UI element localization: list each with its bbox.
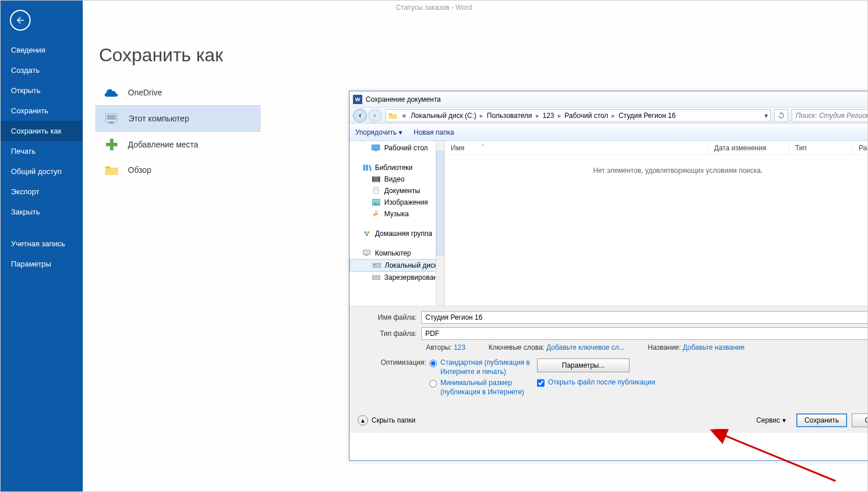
- svg-point-19: [364, 231, 366, 234]
- tools-dropdown[interactable]: Сервис▾: [751, 416, 792, 424]
- breadcrumb[interactable]: « Локальный диск (C:)▸ Пользователи▸ 123…: [385, 109, 771, 122]
- sidebar-open[interactable]: Открыть: [1, 80, 83, 101]
- dialog-form: Имя файла: Студия Регион 16▾ Тип файла: …: [350, 306, 868, 407]
- optimize-minimal-radio[interactable]: [429, 380, 437, 387]
- open-after-label[interactable]: Открыть файл после публикации: [548, 378, 655, 387]
- tree-homegroup[interactable]: Домашняя группа: [350, 228, 444, 239]
- bc-part[interactable]: Локальный диск (C:): [409, 112, 479, 120]
- filename-label: Имя файла:: [358, 313, 421, 321]
- refresh-button[interactable]: [774, 109, 788, 122]
- location-browse[interactable]: Обзор: [95, 157, 260, 183]
- hide-folders-button[interactable]: ▴ Скрыть папки: [358, 415, 415, 426]
- tree-documents[interactable]: Документы: [350, 185, 444, 197]
- dialog-footer: ▴ Скрыть папки Сервис▾ Сохранить Отмена: [350, 407, 868, 433]
- location-label: Добавление места: [128, 140, 198, 149]
- filetype-label: Тип файла:: [358, 330, 421, 338]
- optimize-label: Оптимизация:: [381, 358, 426, 368]
- svg-point-20: [367, 231, 370, 234]
- tree-libraries[interactable]: Библиотеки: [350, 162, 444, 173]
- open-after-checkbox[interactable]: [537, 379, 545, 387]
- filetype-select[interactable]: PDF▾: [421, 327, 868, 340]
- search-box[interactable]: [792, 109, 868, 122]
- word-icon: W: [353, 95, 362, 104]
- save-locations: OneDrive Этот компьютер Добавление места…: [95, 80, 260, 183]
- nav-forward-button[interactable]: [368, 109, 382, 123]
- authors-label: Авторы:: [426, 343, 452, 352]
- svg-point-21: [366, 234, 368, 236]
- folder-tree[interactable]: Рабочий стол Библиотеки Видео Документы …: [350, 141, 445, 306]
- cancel-button[interactable]: Отмена: [852, 413, 868, 427]
- file-columns[interactable]: Имяˆ Дата изменения Тип Размер: [445, 141, 868, 155]
- sidebar-print[interactable]: Печать: [1, 141, 83, 161]
- search-input[interactable]: [796, 112, 868, 120]
- optimize-standard-radio[interactable]: [429, 360, 437, 367]
- new-folder-button[interactable]: Новая папка: [414, 128, 454, 136]
- tree-reserved[interactable]: Зарезервирован: [350, 272, 444, 283]
- sort-caret-icon: ˆ: [481, 144, 484, 152]
- dialog-toolbar: Упорядочить ▾ Новая папка ☰ ▾ ?: [350, 124, 868, 141]
- svg-rect-3: [108, 123, 115, 124]
- svg-rect-10: [374, 150, 377, 151]
- keywords-label: Ключевые слова:: [488, 343, 545, 352]
- optimize-standard-label[interactable]: Стандартная (публикация в Интернете и пе…: [440, 358, 537, 376]
- onedrive-icon: [104, 86, 120, 99]
- location-label: Обзор: [128, 165, 151, 175]
- location-onedrive[interactable]: OneDrive: [95, 80, 260, 105]
- back-button[interactable]: [10, 10, 31, 31]
- svg-point-18: [374, 201, 376, 202]
- sidebar-new[interactable]: Создать: [1, 60, 83, 80]
- svg-rect-1: [106, 115, 116, 120]
- empty-message: Нет элементов, удовлетворяющих условиям …: [445, 155, 868, 186]
- sidebar-close[interactable]: Закрыть: [1, 202, 83, 222]
- sidebar-export[interactable]: Экспорт: [1, 182, 83, 202]
- window-title: Статусы заказов - Word: [1, 1, 867, 14]
- pdf-params-button[interactable]: Параметры...: [537, 358, 630, 372]
- tree-local-disk[interactable]: Локальный диск: [350, 259, 444, 272]
- tree-video[interactable]: Видео: [350, 173, 444, 185]
- page-title: Сохранить как: [83, 14, 867, 80]
- file-list[interactable]: Имяˆ Дата изменения Тип Размер Нет элеме…: [445, 141, 868, 306]
- svg-rect-22: [363, 250, 370, 255]
- location-label: OneDrive: [128, 88, 162, 97]
- bc-part[interactable]: Рабочий стол: [562, 112, 610, 120]
- svg-rect-24: [373, 264, 380, 268]
- dialog-titlebar[interactable]: W Сохранение документа: [350, 91, 868, 108]
- title-value[interactable]: Добавьте название: [683, 343, 745, 352]
- folder-icon: [104, 163, 120, 177]
- keywords-value[interactable]: Добавьте ключевое сл...: [546, 343, 624, 352]
- dialog-body: Рабочий стол Библиотеки Видео Документы …: [350, 141, 868, 306]
- location-label: Этот компьютер: [128, 114, 189, 123]
- sidebar-info[interactable]: Сведения: [1, 40, 83, 60]
- svg-rect-23: [365, 255, 367, 256]
- nav-back-button[interactable]: [353, 109, 367, 123]
- tree-scrollbar-thumb[interactable]: [436, 151, 444, 256]
- save-dialog: W Сохранение документа « Локальный диск …: [349, 91, 868, 461]
- svg-rect-9: [372, 145, 380, 150]
- tree-images[interactable]: Изображения: [350, 197, 444, 208]
- authors-value[interactable]: 123: [454, 343, 465, 352]
- sidebar-save-as[interactable]: Сохранить как: [1, 121, 83, 141]
- sidebar-options[interactable]: Параметры: [1, 254, 83, 274]
- sidebar-save[interactable]: Сохранить: [1, 101, 83, 121]
- backstage-sidebar: Сведения Создать Открыть Сохранить Сохра…: [1, 1, 83, 491]
- sidebar-share[interactable]: Общий доступ: [1, 161, 83, 182]
- tree-desktop[interactable]: Рабочий стол: [350, 142, 444, 154]
- tree-music[interactable]: Музыка: [350, 208, 444, 220]
- svg-rect-26: [372, 276, 380, 280]
- save-button[interactable]: Сохранить: [796, 413, 847, 427]
- optimize-minimal-label[interactable]: Минимальный размер (публикация в Интерне…: [440, 379, 537, 397]
- filename-input[interactable]: Студия Регион 16▾: [421, 311, 868, 324]
- computer-icon: [104, 112, 120, 125]
- sidebar-account[interactable]: Учетная запись: [1, 234, 83, 254]
- svg-rect-5: [106, 143, 117, 146]
- bc-part[interactable]: Пользователи: [484, 112, 534, 120]
- tree-computer[interactable]: Компьютер: [350, 247, 444, 259]
- location-this-pc[interactable]: Этот компьютер: [95, 105, 260, 132]
- location-add-place[interactable]: Добавление места: [95, 132, 260, 157]
- dialog-nav-bar: « Локальный диск (C:)▸ Пользователи▸ 123…: [350, 108, 868, 124]
- organize-button[interactable]: Упорядочить ▾: [355, 128, 402, 136]
- svg-rect-2: [109, 122, 113, 123]
- chevron-down-icon[interactable]: ▾: [764, 112, 768, 120]
- bc-part[interactable]: 123: [540, 112, 557, 120]
- bc-part[interactable]: Студия Регион 16: [616, 112, 678, 120]
